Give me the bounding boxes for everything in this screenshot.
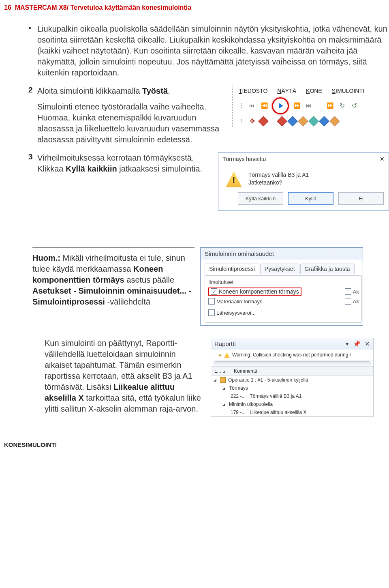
warning-text: Warning: Collision checking was not perf… xyxy=(232,352,351,358)
view-cube-icon[interactable] xyxy=(277,116,287,126)
column-comment[interactable]: Kommentti xyxy=(234,368,257,374)
tab-stops[interactable]: Pysäytykset xyxy=(260,264,299,274)
expand-icon[interactable]: ✥ xyxy=(248,117,256,126)
pin-icon[interactable]: 📌 xyxy=(353,340,361,348)
rewind-icon[interactable]: ⏪ xyxy=(260,101,269,110)
column-l[interactable]: L... ▲ xyxy=(214,368,231,374)
table-row[interactable]: ◢ Törmäys xyxy=(211,384,373,392)
checkbox-proximity[interactable] xyxy=(208,309,215,316)
report-panel: Raportti ▾ 📌 ✕ ---▸ Warning: Collision c… xyxy=(211,338,374,417)
yes-button[interactable]: Kyllä xyxy=(288,192,333,205)
menu-machine[interactable]: KONE xyxy=(306,87,322,95)
disclosure-icon[interactable]: ◢ xyxy=(222,402,227,406)
yes-to-all-button[interactable]: Kyllä kaikkiin xyxy=(238,192,283,205)
checkbox-label: Materiaalin törmäys xyxy=(216,298,262,305)
highlight-box: Koneen komponenttien törmäys xyxy=(208,288,301,296)
footer: KONESIMULOINTI xyxy=(4,441,389,448)
properties-panel: Simuloinnin ominaisuudet Simulointiprose… xyxy=(200,247,363,326)
menu-simulation[interactable]: SIMULOINTI xyxy=(332,87,364,95)
disclosure-icon[interactable]: ◢ xyxy=(222,386,227,390)
close-icon[interactable]: ✕ xyxy=(365,340,370,348)
operation-icon xyxy=(220,377,226,383)
menu-view[interactable]: NÄYTÄ xyxy=(277,87,296,95)
checkbox-material-collision[interactable] xyxy=(208,298,215,305)
view-cube-icon[interactable] xyxy=(319,116,329,126)
table-row[interactable]: 222 -... Törmäys välillä B3 ja A1 xyxy=(211,392,373,400)
step-2-text: Aloita simulointi klikkaamalla Työstä. xyxy=(37,86,225,97)
toolbar-grip-icon: ⋮ xyxy=(239,102,244,109)
forward-end-icon[interactable]: ⏭ xyxy=(304,101,313,110)
rewind-start-icon[interactable]: ⏮ xyxy=(248,101,256,110)
warning-icon xyxy=(224,352,230,358)
page-header: 16 MASTERCAM X8/ Tervetuloa käyttämään k… xyxy=(4,4,389,11)
close-icon[interactable]: ✕ xyxy=(380,155,385,163)
forward-icon[interactable]: ⏩ xyxy=(292,101,301,110)
view-cube-icon[interactable] xyxy=(287,116,297,126)
dialog-message: Törmäys välillä B3 ja A1 Jatketaanko? xyxy=(248,171,309,187)
properties-title: Simuloinnin ominaisuudet xyxy=(201,248,363,260)
checkbox-machine-collision[interactable] xyxy=(211,288,217,295)
view-cube-icon[interactable] xyxy=(258,116,268,126)
fast-forward-icon[interactable]: ⏩ xyxy=(325,101,334,110)
scrollbar[interactable] xyxy=(214,361,371,365)
dash-icon: ---▸ xyxy=(214,352,222,358)
play-icon xyxy=(279,103,283,109)
checkbox-ak1[interactable] xyxy=(345,288,351,295)
checkbox-label: Läheisyysvaroi... xyxy=(216,310,256,316)
checkbox-ak2[interactable] xyxy=(345,298,351,305)
step-3-text: Virheilmoituksessa kerrotaan törmäyksest… xyxy=(37,152,211,174)
step-2-number: 2 xyxy=(28,86,37,145)
menu-file[interactable]: TTIEDOSTOIEDOSTO xyxy=(239,87,267,95)
no-button[interactable]: Ei xyxy=(338,192,384,205)
view-cube-icon[interactable] xyxy=(298,116,308,126)
bullet-1-text: Liukupalkin oikealla puoliskolla säädell… xyxy=(37,24,389,78)
table-row[interactable]: ◢ Minimin ulkopuolella xyxy=(211,400,373,408)
note-text: Huom.: Mikäli virheilmoitusta ei tule, s… xyxy=(32,247,194,307)
collision-dialog: Törmäys havaittu ✕ Törmäys välillä B3 ja… xyxy=(218,152,389,211)
report-panel-title: Raportti xyxy=(214,340,236,348)
play-button[interactable] xyxy=(272,97,289,114)
step-2-paragraph-2: Simulointi etenee työstöradalla vaihe va… xyxy=(37,101,225,145)
page-number: 16 xyxy=(4,4,11,11)
view-cube-icon[interactable] xyxy=(308,116,318,126)
refresh-icon[interactable]: ↻ xyxy=(338,101,346,110)
table-row[interactable]: ◢ Operaatio 1 : #1 - 5-akselinen kyljell… xyxy=(211,376,373,384)
bullet-marker: ▪ xyxy=(28,24,37,78)
dropdown-icon[interactable]: ▾ xyxy=(346,340,349,348)
tab-simulation-process[interactable]: Simulointiprosessi xyxy=(205,264,259,274)
toolbar-grip-icon: ⋮ xyxy=(239,117,244,125)
tab-graphics[interactable]: Grafiikka ja tausta xyxy=(300,264,355,274)
disclosure-icon[interactable]: ◢ xyxy=(214,378,218,382)
loop-icon[interactable]: ↺ xyxy=(350,101,359,110)
simulation-toolbar: TTIEDOSTOIEDOSTO NÄYTÄ KONE SIMULOINTI ⋮… xyxy=(232,86,389,127)
group-title: Ilmoitukset xyxy=(208,279,359,285)
dialog-title: Törmäys havaittu xyxy=(222,155,266,163)
report-description: Kun simulointi on päättynyt, Raportti-vä… xyxy=(45,338,203,414)
view-cube-icon[interactable] xyxy=(329,116,340,126)
checkbox-label: Koneen komponenttien törmäys xyxy=(219,288,299,295)
step-3-number: 3 xyxy=(28,152,37,211)
header-title: MASTERCAM X8/ Tervetuloa käyttämään kone… xyxy=(15,4,191,11)
table-row[interactable]: 179 -... Liikealue alittuu akselilla X xyxy=(211,408,373,416)
warning-icon xyxy=(226,171,242,187)
